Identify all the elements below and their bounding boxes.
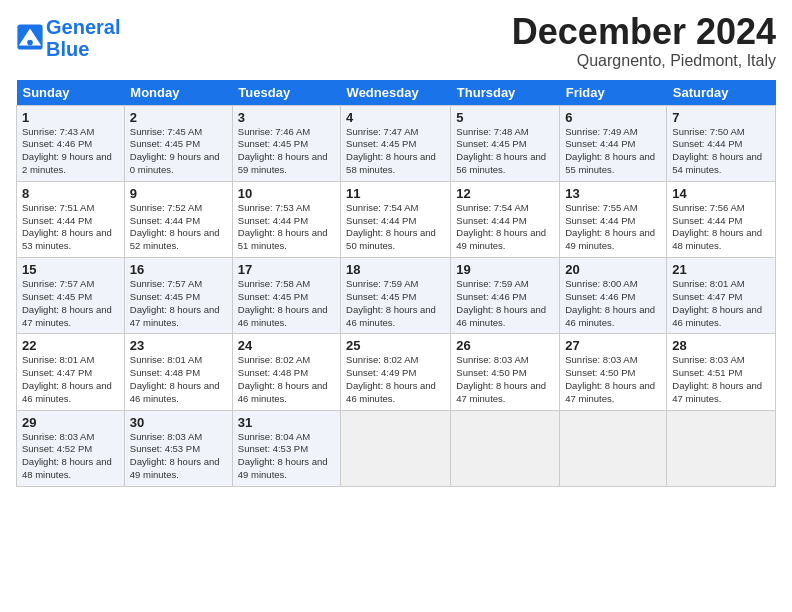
calendar-day-cell: 22 Sunrise: 8:01 AM Sunset: 4:47 PM Dayl… — [17, 334, 125, 410]
day-detail: Sunrise: 8:01 AM Sunset: 4:47 PM Dayligh… — [22, 354, 119, 405]
day-number: 15 — [22, 262, 119, 277]
day-detail: Sunrise: 7:48 AM Sunset: 4:45 PM Dayligh… — [456, 126, 554, 177]
day-number: 9 — [130, 186, 227, 201]
calendar-day-cell — [341, 410, 451, 486]
calendar-day-cell: 3 Sunrise: 7:46 AM Sunset: 4:45 PM Dayli… — [232, 105, 340, 181]
calendar-day-cell: 20 Sunrise: 8:00 AM Sunset: 4:46 PM Dayl… — [560, 258, 667, 334]
calendar-week-row: 8 Sunrise: 7:51 AM Sunset: 4:44 PM Dayli… — [17, 181, 776, 257]
title-block: December 2024 Quargnento, Piedmont, Ital… — [512, 12, 776, 70]
day-number: 24 — [238, 338, 335, 353]
day-detail: Sunrise: 7:54 AM Sunset: 4:44 PM Dayligh… — [456, 202, 554, 253]
calendar-day-cell — [451, 410, 560, 486]
day-detail: Sunrise: 8:03 AM Sunset: 4:52 PM Dayligh… — [22, 431, 119, 482]
day-detail: Sunrise: 8:03 AM Sunset: 4:50 PM Dayligh… — [456, 354, 554, 405]
col-monday: Monday — [124, 80, 232, 106]
calendar-day-cell: 6 Sunrise: 7:49 AM Sunset: 4:44 PM Dayli… — [560, 105, 667, 181]
day-detail: Sunrise: 7:54 AM Sunset: 4:44 PM Dayligh… — [346, 202, 445, 253]
calendar-day-cell: 24 Sunrise: 8:02 AM Sunset: 4:48 PM Dayl… — [232, 334, 340, 410]
calendar-day-cell: 18 Sunrise: 7:59 AM Sunset: 4:45 PM Dayl… — [341, 258, 451, 334]
calendar-table: Sunday Monday Tuesday Wednesday Thursday… — [16, 80, 776, 487]
calendar-day-cell: 16 Sunrise: 7:57 AM Sunset: 4:45 PM Dayl… — [124, 258, 232, 334]
calendar-day-cell — [560, 410, 667, 486]
calendar-body: 1 Sunrise: 7:43 AM Sunset: 4:46 PM Dayli… — [17, 105, 776, 486]
calendar-day-cell: 26 Sunrise: 8:03 AM Sunset: 4:50 PM Dayl… — [451, 334, 560, 410]
day-number: 18 — [346, 262, 445, 277]
calendar-day-cell: 1 Sunrise: 7:43 AM Sunset: 4:46 PM Dayli… — [17, 105, 125, 181]
day-detail: Sunrise: 7:57 AM Sunset: 4:45 PM Dayligh… — [22, 278, 119, 329]
calendar-day-cell: 7 Sunrise: 7:50 AM Sunset: 4:44 PM Dayli… — [667, 105, 776, 181]
day-detail: Sunrise: 8:04 AM Sunset: 4:53 PM Dayligh… — [238, 431, 335, 482]
day-detail: Sunrise: 7:51 AM Sunset: 4:44 PM Dayligh… — [22, 202, 119, 253]
month-title: December 2024 — [512, 12, 776, 52]
day-number: 1 — [22, 110, 119, 125]
day-number: 23 — [130, 338, 227, 353]
day-number: 10 — [238, 186, 335, 201]
day-detail: Sunrise: 8:03 AM Sunset: 4:50 PM Dayligh… — [565, 354, 661, 405]
day-detail: Sunrise: 8:03 AM Sunset: 4:53 PM Dayligh… — [130, 431, 227, 482]
day-detail: Sunrise: 7:59 AM Sunset: 4:46 PM Dayligh… — [456, 278, 554, 329]
calendar-day-cell: 2 Sunrise: 7:45 AM Sunset: 4:45 PM Dayli… — [124, 105, 232, 181]
day-number: 20 — [565, 262, 661, 277]
calendar-day-cell: 12 Sunrise: 7:54 AM Sunset: 4:44 PM Dayl… — [451, 181, 560, 257]
day-number: 13 — [565, 186, 661, 201]
day-number: 29 — [22, 415, 119, 430]
calendar-day-cell: 27 Sunrise: 8:03 AM Sunset: 4:50 PM Dayl… — [560, 334, 667, 410]
day-number: 26 — [456, 338, 554, 353]
calendar-day-cell: 10 Sunrise: 7:53 AM Sunset: 4:44 PM Dayl… — [232, 181, 340, 257]
day-detail: Sunrise: 7:49 AM Sunset: 4:44 PM Dayligh… — [565, 126, 661, 177]
location: Quargnento, Piedmont, Italy — [512, 52, 776, 70]
day-detail: Sunrise: 8:02 AM Sunset: 4:48 PM Dayligh… — [238, 354, 335, 405]
logo-text: General Blue — [46, 16, 120, 60]
logo-line2: Blue — [46, 38, 89, 60]
col-tuesday: Tuesday — [232, 80, 340, 106]
calendar-header: Sunday Monday Tuesday Wednesday Thursday… — [17, 80, 776, 106]
calendar-day-cell: 11 Sunrise: 7:54 AM Sunset: 4:44 PM Dayl… — [341, 181, 451, 257]
day-number: 5 — [456, 110, 554, 125]
day-detail: Sunrise: 7:57 AM Sunset: 4:45 PM Dayligh… — [130, 278, 227, 329]
day-number: 30 — [130, 415, 227, 430]
col-sunday: Sunday — [17, 80, 125, 106]
day-detail: Sunrise: 7:45 AM Sunset: 4:45 PM Dayligh… — [130, 126, 227, 177]
day-detail: Sunrise: 7:43 AM Sunset: 4:46 PM Dayligh… — [22, 126, 119, 177]
calendar-day-cell: 13 Sunrise: 7:55 AM Sunset: 4:44 PM Dayl… — [560, 181, 667, 257]
page-container: General Blue December 2024 Quargnento, P… — [0, 0, 792, 495]
day-detail: Sunrise: 7:50 AM Sunset: 4:44 PM Dayligh… — [672, 126, 770, 177]
calendar-day-cell: 23 Sunrise: 8:01 AM Sunset: 4:48 PM Dayl… — [124, 334, 232, 410]
day-number: 31 — [238, 415, 335, 430]
day-number: 17 — [238, 262, 335, 277]
day-number: 14 — [672, 186, 770, 201]
day-number: 19 — [456, 262, 554, 277]
calendar-day-cell: 28 Sunrise: 8:03 AM Sunset: 4:51 PM Dayl… — [667, 334, 776, 410]
calendar-day-cell: 25 Sunrise: 8:02 AM Sunset: 4:49 PM Dayl… — [341, 334, 451, 410]
calendar-day-cell: 17 Sunrise: 7:58 AM Sunset: 4:45 PM Dayl… — [232, 258, 340, 334]
day-number: 6 — [565, 110, 661, 125]
day-number: 25 — [346, 338, 445, 353]
calendar-day-cell: 19 Sunrise: 7:59 AM Sunset: 4:46 PM Dayl… — [451, 258, 560, 334]
day-number: 27 — [565, 338, 661, 353]
day-detail: Sunrise: 8:00 AM Sunset: 4:46 PM Dayligh… — [565, 278, 661, 329]
day-detail: Sunrise: 8:03 AM Sunset: 4:51 PM Dayligh… — [672, 354, 770, 405]
calendar-day-cell: 29 Sunrise: 8:03 AM Sunset: 4:52 PM Dayl… — [17, 410, 125, 486]
logo-line1: General — [46, 16, 120, 38]
calendar-day-cell: 15 Sunrise: 7:57 AM Sunset: 4:45 PM Dayl… — [17, 258, 125, 334]
day-number: 21 — [672, 262, 770, 277]
calendar-day-cell — [667, 410, 776, 486]
day-detail: Sunrise: 7:46 AM Sunset: 4:45 PM Dayligh… — [238, 126, 335, 177]
col-thursday: Thursday — [451, 80, 560, 106]
day-number: 16 — [130, 262, 227, 277]
day-detail: Sunrise: 8:01 AM Sunset: 4:47 PM Dayligh… — [672, 278, 770, 329]
col-wednesday: Wednesday — [341, 80, 451, 106]
day-number: 2 — [130, 110, 227, 125]
day-number: 12 — [456, 186, 554, 201]
day-detail: Sunrise: 8:02 AM Sunset: 4:49 PM Dayligh… — [346, 354, 445, 405]
col-saturday: Saturday — [667, 80, 776, 106]
calendar-day-cell: 5 Sunrise: 7:48 AM Sunset: 4:45 PM Dayli… — [451, 105, 560, 181]
calendar-week-row: 29 Sunrise: 8:03 AM Sunset: 4:52 PM Dayl… — [17, 410, 776, 486]
calendar-day-cell: 31 Sunrise: 8:04 AM Sunset: 4:53 PM Dayl… — [232, 410, 340, 486]
day-number: 28 — [672, 338, 770, 353]
svg-point-2 — [27, 40, 33, 46]
col-friday: Friday — [560, 80, 667, 106]
day-detail: Sunrise: 8:01 AM Sunset: 4:48 PM Dayligh… — [130, 354, 227, 405]
day-number: 11 — [346, 186, 445, 201]
day-detail: Sunrise: 7:47 AM Sunset: 4:45 PM Dayligh… — [346, 126, 445, 177]
